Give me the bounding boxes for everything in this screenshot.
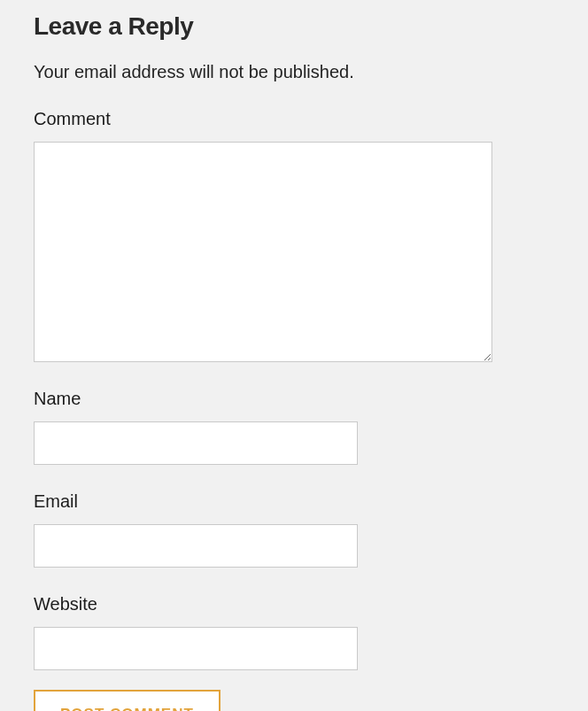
name-field: Name: [34, 389, 554, 465]
name-label: Name: [34, 389, 554, 409]
name-input[interactable]: [34, 421, 358, 465]
comment-label: Comment: [34, 109, 554, 129]
website-label: Website: [34, 594, 554, 614]
email-label: Email: [34, 491, 554, 512]
email-input[interactable]: [34, 524, 358, 568]
submit-wrap: POST COMMENT: [34, 690, 554, 711]
comment-field: Comment: [34, 109, 554, 362]
email-field: Email: [34, 491, 554, 568]
email-privacy-notice: Your email address will not be published…: [34, 62, 554, 82]
form-title: Leave a Reply: [34, 0, 554, 41]
website-field: Website: [34, 594, 554, 670]
comment-textarea[interactable]: [34, 142, 492, 362]
website-input[interactable]: [34, 627, 358, 670]
post-comment-button[interactable]: POST COMMENT: [34, 690, 220, 711]
